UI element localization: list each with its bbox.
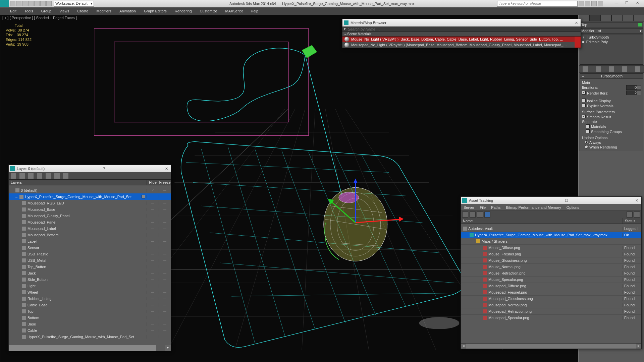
- stack-item[interactable]: ♀ TurboSmooth: [580, 35, 643, 40]
- layer-row[interactable]: Mousepad_Panel——: [9, 219, 171, 225]
- layer-row[interactable]: Back——: [9, 270, 171, 276]
- minimize-icon[interactable]: —: [557, 198, 564, 202]
- asset-row[interactable]: Mousepad_Fresnel.pngFound: [461, 289, 641, 296]
- add-to-layer-icon[interactable]: [28, 173, 34, 179]
- layer-row[interactable]: Side_Button——: [9, 276, 171, 283]
- menu-help[interactable]: Help: [251, 9, 259, 13]
- layer-row[interactable]: Cable——: [9, 327, 171, 334]
- layer-row[interactable]: Base——: [9, 321, 171, 327]
- tab-modify[interactable]: [590, 15, 600, 21]
- new-layer-icon[interactable]: [11, 173, 16, 179]
- material-browser-title[interactable]: Material/Map Browser ✕: [342, 19, 581, 26]
- update-always-radio[interactable]: [585, 140, 588, 144]
- minimize-button[interactable]: —: [612, 1, 621, 7]
- layer-row[interactable]: Light——: [9, 283, 171, 289]
- menu-graph-editors[interactable]: Graph Editors: [144, 9, 167, 13]
- explicit-normals-checkbox[interactable]: [582, 104, 586, 107]
- asset-menu-item[interactable]: Server: [464, 205, 474, 209]
- tab-hierarchy[interactable]: [601, 15, 611, 21]
- help-search[interactable]: Type a keyword or phrase: [497, 1, 578, 7]
- maximize-icon[interactable]: ☐: [564, 198, 570, 203]
- layer-row[interactable]: Mousepad_Glossy_Panel——: [9, 213, 171, 219]
- layer-scrollbar[interactable]: ▸: [9, 345, 171, 351]
- asset-refresh-icon[interactable]: [627, 212, 633, 218]
- layer-row[interactable]: USB_Plastic——: [9, 251, 171, 257]
- col-layers[interactable]: Layers: [9, 180, 147, 185]
- asset-view-icon[interactable]: [477, 212, 483, 218]
- menu-group[interactable]: Group: [41, 9, 52, 13]
- modifier-list-dropdown[interactable]: Modifier List▾: [580, 28, 643, 34]
- delete-layer-icon[interactable]: [19, 173, 25, 179]
- asset-row[interactable]: Maps / Shaders: [461, 238, 641, 245]
- menu-modifiers[interactable]: Modifiers: [96, 9, 111, 13]
- tab-utilities[interactable]: [633, 15, 644, 21]
- material-row[interactable]: Mousepad_No_Light ( VRayMtl ) [Mousepad_…: [342, 42, 581, 48]
- layer-row[interactable]: Bottom——: [9, 314, 171, 321]
- menu-animation[interactable]: Animation: [119, 9, 136, 13]
- asset-view-icon[interactable]: [470, 212, 476, 218]
- col-name[interactable]: Name: [461, 218, 623, 224]
- workspace-dropdown[interactable]: Workspace: Default: [54, 1, 94, 7]
- layer-row[interactable]: Label——: [9, 238, 171, 244]
- asset-row[interactable]: Mousepad_Normal.pngFound: [461, 302, 641, 308]
- maximize-button[interactable]: ☐: [622, 1, 632, 7]
- smooth-result-checkbox[interactable]: [582, 115, 586, 118]
- layer-row[interactable]: –0 (default)✓—: [9, 187, 171, 193]
- asset-tracking-title[interactable]: Asset Tracking — ☐ ✕: [461, 197, 641, 204]
- menu-customize[interactable]: Customize: [200, 9, 217, 13]
- infocenter-icon[interactable]: [585, 1, 590, 6]
- layer-row[interactable]: Rubber_Lining——: [9, 295, 171, 302]
- asset-menu-item[interactable]: Options: [567, 205, 579, 209]
- sep-materials-checkbox[interactable]: [586, 124, 590, 128]
- layer-manager-title[interactable]: Layer: 0 (default) ? ✕: [9, 165, 171, 172]
- asset-view-icon[interactable]: [462, 212, 468, 218]
- freeze-icon[interactable]: [63, 173, 68, 179]
- select-objects-icon[interactable]: [37, 173, 42, 179]
- tab-motion[interactable]: [611, 15, 622, 21]
- close-icon[interactable]: ✕: [163, 167, 169, 171]
- asset-row[interactable]: Mousepad_Glossiness.pngFound: [461, 296, 641, 302]
- asset-list[interactable]: Autodesk VaultLogged iHyperX_Pulsefire_S…: [461, 226, 641, 343]
- layer-row[interactable]: Mousepad_Label——: [9, 225, 171, 232]
- material-section-header[interactable]: – Scene Materials: [342, 32, 581, 37]
- menu-tools[interactable]: Tools: [24, 9, 33, 13]
- asset-row[interactable]: Mouse_Refraction.pngFound: [461, 270, 641, 277]
- layer-row[interactable]: HyperX_Pulsefire_Surge_Gaming_Mouse_with…: [9, 334, 171, 340]
- asset-row[interactable]: Mouse_Glossiness.pngFound: [461, 257, 641, 264]
- help-icon[interactable]: ?: [101, 167, 107, 171]
- asset-row[interactable]: Mousepad_Refraction.pngFound: [461, 308, 641, 315]
- asset-row[interactable]: Autodesk VaultLogged i: [461, 226, 641, 232]
- rollout-header[interactable]: TurboSmooth: [580, 74, 643, 79]
- material-search[interactable]: ▾: [342, 26, 581, 32]
- layer-row[interactable]: Sensor——: [9, 244, 171, 251]
- menu-rendering[interactable]: Rendering: [175, 9, 192, 13]
- show-end-result-icon[interactable]: [596, 66, 601, 72]
- menu-create[interactable]: Create: [77, 9, 88, 13]
- update-render-radio[interactable]: [585, 145, 588, 148]
- menu-edit[interactable]: Edit: [10, 9, 16, 13]
- material-search-input[interactable]: [348, 27, 579, 31]
- asset-settings-icon[interactable]: [634, 212, 640, 218]
- qat-icon[interactable]: [40, 1, 46, 6]
- qat-icon[interactable]: [46, 1, 52, 6]
- layer-row[interactable]: Cable_Base——: [9, 302, 171, 308]
- qat-icon[interactable]: [22, 1, 28, 6]
- sep-smgroups-checkbox[interactable]: [586, 129, 590, 133]
- make-unique-icon[interactable]: [609, 66, 614, 72]
- asset-row[interactable]: Mouse_Fresnel.pngFound: [461, 251, 641, 257]
- col-freeze[interactable]: Freeze: [159, 180, 171, 185]
- configure-sets-icon[interactable]: [635, 66, 640, 72]
- close-icon[interactable]: ✕: [634, 198, 640, 203]
- menu-views[interactable]: Views: [59, 9, 69, 13]
- iterations-spinner[interactable]: 0: [626, 85, 641, 90]
- material-row[interactable]: Mouse_No_Light ( VRayMtl ) [Back, Base, …: [342, 37, 581, 42]
- remove-modifier-icon[interactable]: [622, 66, 627, 72]
- layer-row[interactable]: Top——: [9, 308, 171, 314]
- infocenter-icon[interactable]: [579, 1, 584, 6]
- col-hide[interactable]: Hide: [147, 180, 159, 185]
- render-iters-checkbox[interactable]: [582, 91, 586, 95]
- asset-row[interactable]: Mousepad_Specular.pngFound: [461, 315, 641, 321]
- asset-menu-item[interactable]: Paths: [491, 205, 500, 209]
- stack-item[interactable]: ■ Editable Poly: [580, 40, 643, 44]
- qat-icon[interactable]: [28, 1, 34, 6]
